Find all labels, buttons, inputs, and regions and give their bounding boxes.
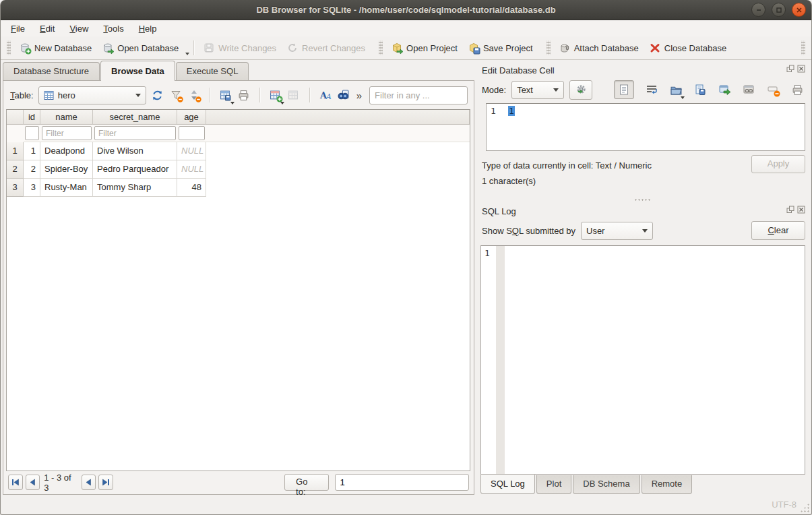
- column-header-secret-name[interactable]: secret_name: [93, 110, 177, 125]
- text-mode-toggle[interactable]: [614, 80, 634, 99]
- grid-empty-area: [7, 197, 470, 471]
- dock-tab-db-schema[interactable]: DB Schema: [573, 475, 639, 494]
- apply-data-button[interactable]: [718, 83, 731, 96]
- cell-editor[interactable]: 1 1: [486, 103, 805, 151]
- cell-id[interactable]: 2: [24, 160, 40, 179]
- dock-tab-plot[interactable]: Plot: [536, 475, 571, 494]
- dock-close-button[interactable]: [797, 64, 805, 73]
- insert-record-button[interactable]: [269, 88, 282, 102]
- float-icon: [786, 65, 794, 73]
- row-number[interactable]: 3: [7, 179, 24, 197]
- column-header-age[interactable]: age: [177, 110, 206, 125]
- cell-id[interactable]: 1: [24, 142, 40, 160]
- horizontal-splitter[interactable]: [480, 195, 805, 204]
- attach-database-button[interactable]: Attach Database: [554, 39, 644, 57]
- right-pane: Edit Database Cell Mode: Text: [476, 60, 811, 495]
- cell-editor-content[interactable]: 1: [507, 104, 805, 150]
- cell-tools: [614, 80, 805, 99]
- minimize-button[interactable]: [751, 3, 766, 17]
- goto-button[interactable]: Go to:: [284, 474, 329, 491]
- new-database-button[interactable]: New Database: [14, 39, 97, 57]
- cell-secret-name[interactable]: Tommy Sharp: [93, 179, 177, 197]
- tab-execute-sql[interactable]: Execute SQL: [176, 62, 249, 80]
- cell-secret-name[interactable]: Dive Wilson: [93, 142, 177, 160]
- print-table-button[interactable]: [237, 88, 251, 102]
- print-cell-button[interactable]: [790, 83, 804, 96]
- float-icon: [786, 206, 794, 214]
- save-project-button[interactable]: Save Project: [463, 39, 538, 57]
- filter-any-input[interactable]: [369, 86, 468, 104]
- clear-log-button[interactable]: Clear: [751, 221, 805, 240]
- column-header-name[interactable]: name: [40, 110, 93, 125]
- mode-select[interactable]: Text: [511, 81, 564, 99]
- edit-display-format-button[interactable]: AA: [319, 88, 332, 102]
- close-button[interactable]: [792, 3, 806, 17]
- table-select[interactable]: hero: [38, 86, 146, 104]
- toolbar-drag-handle[interactable]: [546, 40, 551, 55]
- save-table-button[interactable]: [219, 88, 232, 102]
- cell-name[interactable]: Rusty-Man: [40, 179, 93, 197]
- table-row[interactable]: 3 3 Rusty-Man Tommy Sharp 48: [7, 179, 470, 197]
- toolbar-drag-handle[interactable]: [7, 40, 11, 55]
- dock-tab-sql-log[interactable]: SQL Log: [480, 475, 535, 494]
- cell-name[interactable]: Deadpond: [40, 142, 93, 160]
- dock-close-button[interactable]: [797, 205, 805, 214]
- filter-input-name[interactable]: [42, 126, 92, 140]
- open-database-button[interactable]: Open Database: [97, 39, 184, 57]
- clear-sorting-button[interactable]: [187, 88, 201, 102]
- toolbar-drag-handle[interactable]: [801, 40, 805, 55]
- refresh-button[interactable]: [151, 88, 164, 102]
- set-null-button[interactable]: [766, 83, 780, 96]
- dock-tab-remote[interactable]: Remote: [642, 475, 693, 494]
- toolbar-overflow-button[interactable]: »: [355, 90, 363, 101]
- menu-edit[interactable]: Edit: [32, 22, 62, 36]
- dock-float-button[interactable]: [786, 205, 794, 214]
- maximize-button[interactable]: [772, 3, 786, 17]
- cell-age[interactable]: 48: [177, 179, 206, 197]
- find-in-table-button[interactable]: [337, 88, 350, 102]
- menu-view[interactable]: View: [62, 22, 96, 36]
- tab-browse-data[interactable]: Browse Data: [100, 61, 175, 81]
- import-cell-data-button[interactable]: [669, 83, 683, 96]
- toolbar-drag-handle[interactable]: [379, 40, 383, 55]
- open-url-button[interactable]: [742, 83, 755, 96]
- menubar: File Edit View Tools Help: [1, 20, 811, 36]
- menu-help[interactable]: Help: [131, 22, 164, 36]
- export-cell-data-button[interactable]: [693, 83, 707, 96]
- resize-grip[interactable]: [800, 503, 809, 512]
- cell-name[interactable]: Spider-Boy: [40, 160, 93, 179]
- filter-input-id[interactable]: [25, 126, 39, 140]
- menu-tools[interactable]: Tools: [96, 22, 131, 36]
- row-number[interactable]: 2: [7, 160, 24, 179]
- open-project-button[interactable]: Open Project: [386, 39, 463, 57]
- column-header-id[interactable]: id: [24, 110, 40, 125]
- word-wrap-button[interactable]: [645, 83, 658, 96]
- log-content[interactable]: [505, 246, 805, 474]
- first-record-button[interactable]: [8, 475, 23, 490]
- sql-log-editor[interactable]: 1: [480, 245, 805, 475]
- next-record-button[interactable]: [82, 475, 96, 490]
- menu-file[interactable]: File: [3, 22, 32, 36]
- open-database-dropdown-caret[interactable]: [185, 53, 189, 55]
- sql-source-select[interactable]: User: [581, 222, 653, 240]
- row-number[interactable]: 1: [7, 142, 24, 160]
- previous-record-button[interactable]: [26, 475, 40, 490]
- tab-database-structure[interactable]: Database Structure: [3, 62, 100, 80]
- goto-input[interactable]: [335, 474, 469, 491]
- attach-database-icon: [559, 42, 570, 53]
- cell-age[interactable]: NULL: [177, 160, 206, 179]
- auto-switch-mode-button[interactable]: [569, 80, 592, 100]
- cell-age[interactable]: NULL: [177, 142, 206, 160]
- filter-input-age[interactable]: [179, 126, 205, 140]
- last-record-button[interactable]: [98, 475, 113, 490]
- cell-id[interactable]: 3: [24, 179, 40, 197]
- export-table-icon: [220, 90, 231, 101]
- table-row[interactable]: 1 1 Deadpond Dive Wilson NULL: [7, 142, 470, 160]
- filter-input-secret-name[interactable]: [94, 126, 176, 140]
- selected-text: 1: [508, 106, 515, 116]
- clear-filters-button[interactable]: [169, 88, 183, 102]
- dock-float-button[interactable]: [786, 64, 794, 73]
- cell-secret-name[interactable]: Pedro Parqueador: [93, 160, 177, 179]
- table-row[interactable]: 2 2 Spider-Boy Pedro Parqueador NULL: [7, 160, 470, 179]
- close-database-button[interactable]: Close Database: [644, 39, 732, 57]
